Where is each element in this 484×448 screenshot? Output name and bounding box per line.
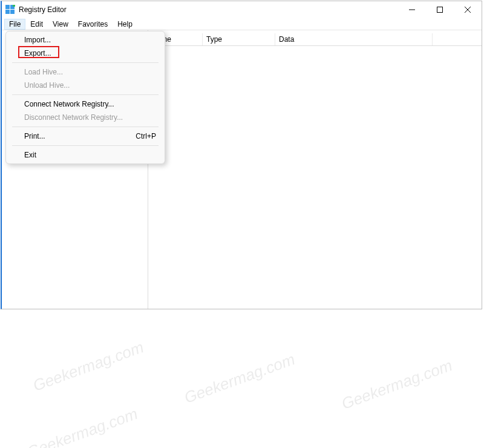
menu-item-import[interactable]: Import... — [7, 33, 163, 47]
window-controls — [398, 1, 482, 18]
svg-rect-0 — [5, 5, 10, 9]
svg-rect-3 — [10, 10, 15, 14]
regedit-icon — [5, 5, 15, 15]
watermark: Geekermag.com — [339, 356, 454, 413]
menu-item-export[interactable]: Export... — [7, 47, 163, 60]
svg-rect-2 — [5, 10, 10, 14]
menu-item-print-label: Print... — [24, 132, 45, 140]
close-button[interactable] — [454, 1, 482, 18]
menu-view[interactable]: View — [48, 19, 73, 30]
menu-item-connect-network[interactable]: Connect Network Registry... — [7, 97, 163, 111]
menu-item-print-shortcut: Ctrl+P — [136, 132, 156, 140]
titlebar: Registry Editor — [2, 1, 482, 18]
menu-item-unload-hive: Unload Hive... — [7, 79, 163, 92]
menu-item-disconnect-network: Disconnect Network Registry... — [7, 111, 163, 124]
window-title: Registry Editor — [19, 5, 398, 14]
column-spacer — [433, 33, 482, 45]
minimize-button[interactable] — [398, 1, 426, 18]
menu-edit[interactable]: Edit — [25, 19, 48, 30]
menu-item-load-hive: Load Hive... — [7, 65, 163, 79]
menu-help[interactable]: Help — [113, 19, 137, 30]
list-header: Name Type Data — [148, 30, 482, 46]
menu-favorites[interactable]: Favorites — [73, 19, 113, 30]
menu-separator — [12, 145, 159, 146]
column-data[interactable]: Data — [275, 33, 433, 45]
watermark: Geekermag.com — [182, 350, 297, 407]
menu-separator — [12, 62, 159, 63]
column-type[interactable]: Type — [203, 33, 275, 45]
watermark: Geekermag.com — [24, 404, 140, 448]
menu-file[interactable]: File — [4, 19, 25, 30]
menu-separator — [12, 94, 159, 95]
maximize-button[interactable] — [426, 1, 454, 18]
svg-rect-6 — [437, 7, 443, 13]
menu-separator — [12, 127, 159, 127]
menu-item-exit[interactable]: Exit — [7, 148, 163, 162]
menubar: File Edit View Favorites Help — [2, 18, 482, 30]
registry-editor-window: Registry Editor File Edit View Favorites… — [1, 1, 482, 309]
file-menu-dropdown: Import... Export... Load Hive... Unload … — [5, 31, 165, 164]
registry-list-pane[interactable]: Name Type Data — [148, 30, 482, 309]
watermark: Geekermag.com — [30, 338, 146, 395]
menu-item-print[interactable]: Print... Ctrl+P — [7, 130, 163, 143]
